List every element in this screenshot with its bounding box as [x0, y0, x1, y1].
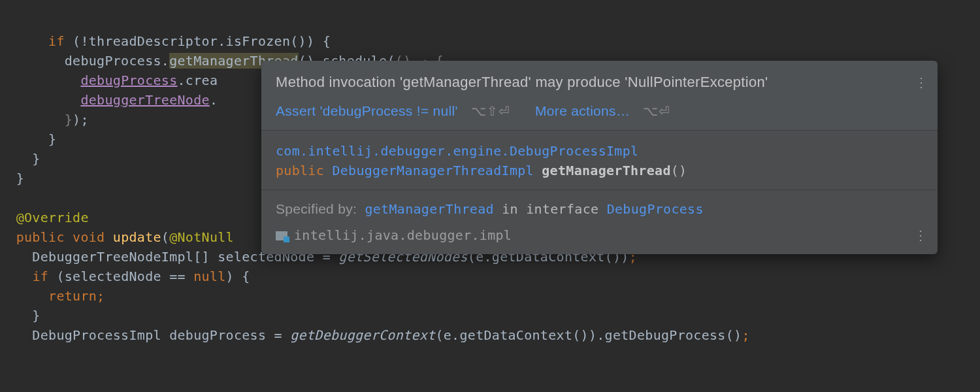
spec-method-link[interactable]: getManagerThread — [365, 201, 493, 217]
code-line: if (!threadDescriptor.isFrozen()) { — [0, 33, 331, 49]
code-line: return; — [0, 288, 105, 304]
kebab-icon[interactable] — [914, 225, 927, 245]
more-actions-link[interactable]: More actions… — [535, 103, 630, 118]
code-line: @Override — [0, 210, 89, 225]
code-line: DebugProcessImpl debugProcess = getDebug… — [0, 327, 750, 343]
qualified-class-link[interactable]: com.intellij.debugger.engine.DebugProces… — [276, 141, 923, 161]
code-line: public void update(@NotNull — [0, 229, 234, 245]
module-row: intellij.java.debugger.impl — [276, 225, 923, 245]
spec-interface-link[interactable]: DebugProcess — [607, 201, 704, 217]
shortcut-label: ⌥⇧⏎ — [471, 104, 510, 118]
specified-by: Specified by: getManagerThread in interf… — [276, 199, 923, 219]
code-line: debuggerTreeNode. — [0, 92, 218, 108]
module-icon — [276, 231, 287, 240]
method-signature: public DebuggerManagerThreadImpl getMana… — [276, 161, 923, 180]
quickfix-assert[interactable]: Assert 'debugProcess != null' — [276, 103, 458, 118]
code-line: } — [0, 131, 56, 147]
code-line: }); — [0, 112, 89, 127]
code-line: debugProcess.crea — [0, 73, 218, 88]
shortcut-label: ⌥⏎ — [643, 104, 670, 118]
code-line: } — [0, 308, 41, 323]
code-line: if (selectedNode == null) { — [0, 269, 250, 284]
inspection-message: Method invocation 'getManagerThread' may… — [276, 73, 923, 92]
code-line: } — [0, 151, 41, 167]
code-line: } — [0, 171, 24, 186]
kebab-icon[interactable] — [915, 73, 927, 92]
inspection-tooltip: Method invocation 'getManagerThread' may… — [261, 61, 938, 254]
